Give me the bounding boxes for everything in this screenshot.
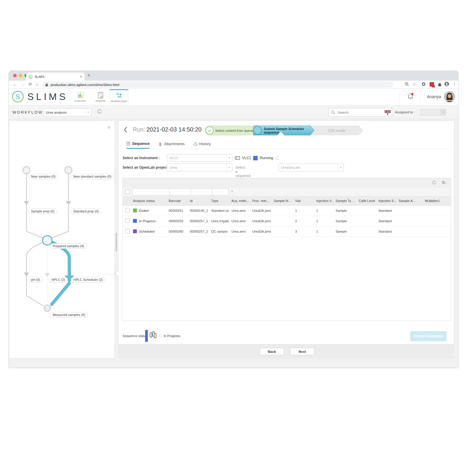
node-hplc-scheduler[interactable]: HPLC Scheduler (2)	[71, 277, 105, 282]
assigned-to-select[interactable]: ▼	[420, 109, 446, 116]
project-select[interactable]: Urea ▼	[167, 164, 232, 171]
check-icon	[206, 126, 214, 134]
workflow-diagram-panel: «	[9, 120, 115, 358]
instrument-label: Select an instrument :	[123, 156, 160, 160]
table-settings-gear-icon[interactable]: ⚙▾	[441, 180, 447, 185]
status-color-square	[133, 229, 137, 233]
panel-scrollbar[interactable]	[116, 233, 117, 251]
slims-favicon: S	[29, 75, 33, 79]
node-new-samples[interactable]: New samples (0)	[28, 174, 58, 179]
active-step-dot	[253, 126, 262, 134]
browser-tab-strip: S SLIMS × +	[9, 71, 458, 81]
status-refresh-icon[interactable]	[275, 156, 280, 160]
clock-icon	[194, 142, 198, 146]
template-select-value: UreaSeq.stx	[279, 166, 338, 169]
tab-history[interactable]: History	[194, 142, 211, 149]
extension-badge: 12	[432, 85, 435, 87]
filter-chevron-icon[interactable]: ▼	[231, 190, 233, 193]
nav-orders[interactable]: ORDERS	[92, 89, 109, 104]
search-box[interactable]	[329, 108, 393, 117]
instrument-select[interactable]: VLC1 ▼	[167, 154, 232, 162]
table-row[interactable]: Scheduled 0000026000000257_2QC sample Ur…	[123, 226, 451, 237]
node-hplc[interactable]: HPLC (2)	[49, 277, 68, 282]
tab-attachments[interactable]: Attachments	[159, 142, 184, 149]
filter-input-2[interactable]	[169, 188, 191, 195]
table-refresh-icon[interactable]	[432, 180, 436, 186]
reload-icon[interactable]: ⟳	[29, 82, 32, 87]
extension-red-icon[interactable]: 12	[430, 82, 434, 87]
browser-tab[interactable]: S SLIMS ×	[26, 73, 84, 81]
address-bar[interactable]: production.slims.agilent.com/slims/Slims…	[42, 82, 393, 88]
table-row[interactable]: Ended 0000026100000145_1Standard solu...…	[123, 205, 451, 216]
workflows-icon	[116, 92, 122, 99]
row-checkbox[interactable]	[125, 218, 130, 223]
workflow-select[interactable]: Urea analysis ▼	[43, 108, 91, 116]
tab-sequence[interactable]: Sequence	[126, 142, 150, 149]
next-button[interactable]: Next	[290, 348, 314, 355]
zoom-icon[interactable]	[405, 82, 409, 87]
template-select[interactable]: UreaSeq.stx ▼	[278, 164, 344, 171]
instrument-status-group: VLC1 Running	[235, 154, 280, 162]
status-color-square	[133, 209, 137, 212]
back-button[interactable]: Back	[260, 348, 284, 355]
workflow-diagram	[9, 121, 115, 359]
svg-text:S: S	[15, 93, 20, 101]
window-minimize-button[interactable]	[19, 74, 22, 77]
slims-logo-icon: S	[11, 90, 24, 103]
brand-text: SLIMS	[27, 91, 68, 102]
create-sequence-button[interactable]: Create Sequence	[410, 331, 447, 341]
filter-input-3[interactable]	[191, 188, 212, 195]
barcode-scan-icon[interactable]	[384, 110, 391, 115]
assigned-to-label: Assigned to :	[395, 110, 415, 114]
back-icon[interactable]: ←	[13, 82, 17, 87]
run-label: Run:	[133, 126, 145, 133]
node-standard-prep[interactable]: Standard prep (0)	[71, 209, 101, 214]
sequence-spinner-icon	[158, 334, 162, 339]
node-ph[interactable]: pH (0)	[28, 277, 43, 282]
nav-workflows[interactable]: WORKFLOWS	[109, 89, 129, 104]
row-checkbox[interactable]	[125, 229, 130, 233]
node-sample-prep[interactable]: Sample prep (0)	[28, 209, 57, 214]
extensions-puzzle-icon[interactable]	[437, 82, 442, 88]
forward-icon[interactable]: →	[21, 82, 25, 87]
table-filter-row: ▼	[123, 187, 451, 197]
step-cds-results[interactable]: CDS results	[310, 126, 363, 135]
project-label: Select an OpenLab project :	[123, 165, 170, 170]
browser-profile-icon[interactable]	[444, 82, 449, 88]
template-label: Select a sequence template :	[235, 165, 239, 169]
chevron-down-icon: ▼	[440, 109, 446, 115]
instrument-icon	[235, 156, 240, 160]
filter-input-4[interactable]	[212, 188, 228, 195]
node-measured-samples[interactable]: Measured samples (0)	[50, 312, 88, 317]
browser-menu-icon[interactable]: ⋮	[453, 82, 457, 86]
new-tab-button[interactable]: +	[87, 73, 90, 78]
browser-toolbar: ← → ⟳ ⌂ production.slims.agilent.com/sli…	[9, 81, 458, 89]
node-new-standard-samples[interactable]: New standard samples (0)	[71, 174, 114, 179]
tab-close-icon[interactable]: ×	[80, 75, 82, 79]
instrument-name: VLC1	[242, 156, 251, 160]
project-select-value: Urea	[167, 166, 226, 169]
nav-content[interactable]: CONTENT	[72, 89, 89, 104]
user-avatar[interactable]	[444, 91, 455, 102]
step-select-content[interactable]: Select content from queue	[205, 126, 254, 135]
node-prepared-samples[interactable]: Prepared samples (4)	[50, 243, 87, 249]
row-checkbox[interactable]	[125, 208, 130, 212]
extension-circle-icon[interactable]	[422, 82, 425, 86]
search-input[interactable]	[337, 110, 384, 115]
detail-tabs: Sequence Attachments History	[123, 139, 451, 149]
sequence-status-color-bar	[145, 330, 148, 342]
workflow-select-value: Urea analysis	[43, 111, 85, 114]
notifications-bell-icon[interactable]	[407, 92, 414, 102]
vials-rack-icon	[149, 331, 157, 341]
window-close-button[interactable]	[13, 74, 17, 77]
table-row[interactable]: In Progress 0000025900000257_1Urea irrig…	[123, 216, 451, 226]
sequence-status-value: In Progress	[164, 334, 180, 338]
nav-content-label: CONTENT	[74, 100, 86, 102]
home-icon[interactable]: ⌂	[36, 82, 38, 87]
select-all-checkbox[interactable]	[125, 190, 130, 194]
refresh-icon[interactable]	[97, 109, 102, 115]
bookmark-star-icon[interactable]: ☆	[412, 82, 416, 86]
filter-input-1[interactable]	[132, 188, 170, 195]
content-area: «	[9, 119, 458, 367]
back-chevron-icon[interactable]	[123, 126, 127, 134]
